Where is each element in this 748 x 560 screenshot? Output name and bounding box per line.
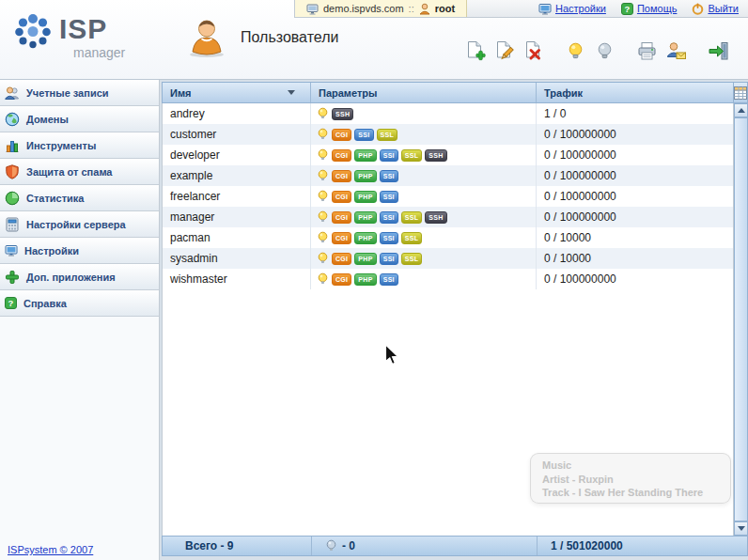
- table-footer: Всего - 9 - 0 1 / 501020000: [162, 536, 748, 556]
- overlay-line: Music: [542, 459, 719, 473]
- user-params: CGIPHPSSISSL: [311, 248, 537, 269]
- settings-link[interactable]: Настройки: [538, 3, 606, 15]
- server-host-icon: [306, 3, 319, 15]
- print-button[interactable]: [635, 39, 658, 62]
- sidebar-item-label: Настройки сервера: [26, 219, 126, 230]
- sidebar-item-server-settings[interactable]: Настройки сервера: [0, 211, 159, 238]
- user-name: andrey: [163, 103, 311, 124]
- badge-ssl: SSL: [401, 211, 423, 224]
- scrollbar-thumb[interactable]: [734, 117, 748, 521]
- column-label: Трафик: [544, 87, 583, 99]
- logout-link[interactable]: Выйти: [692, 3, 739, 15]
- printer-icon: [636, 40, 658, 62]
- traffic-total: 1 / 501020000: [537, 537, 747, 555]
- bulb-small-icon: [317, 107, 329, 120]
- table-row[interactable]: managerCGIPHPSSISSLSSH0 / 100000000: [163, 207, 733, 227]
- badge-ssi: SSI: [380, 149, 398, 162]
- sidebar-item-domains[interactable]: Домены: [0, 106, 159, 132]
- badge-ssi: SSI: [380, 211, 398, 224]
- column-header-traffic[interactable]: Трафик: [537, 83, 733, 102]
- badge-cgi: CGI: [332, 253, 351, 265]
- badge-ssi: SSI: [380, 253, 398, 265]
- table-row[interactable]: andreySSH1 / 0: [163, 103, 733, 124]
- badge-ssi: SSI: [380, 273, 398, 286]
- table-row[interactable]: developerCGIPHPSSISSLSSH0 / 100000000: [163, 145, 733, 165]
- arrow-down-icon: [738, 526, 745, 531]
- new-user-button[interactable]: [463, 39, 486, 62]
- user-name: developer: [163, 145, 311, 165]
- isp-manager-logo[interactable]: ISP manager: [11, 9, 125, 59]
- bulb-small-icon: [317, 252, 329, 265]
- sidebar-item-settings[interactable]: Настройки: [0, 238, 159, 264]
- table-row[interactable]: exampleCGIPHPSSI0 / 100000000: [163, 165, 733, 186]
- user-params: CGIPHPSSISSL: [311, 227, 537, 248]
- sidebar: Учетные записиДоменыИнструментыЗащита от…: [0, 80, 160, 560]
- delete-user-button[interactable]: [522, 39, 544, 62]
- sidebar-item-antispam[interactable]: Защита от спама: [0, 159, 159, 185]
- table-row[interactable]: sysadminCGIPHPSSISSL0 / 10000: [163, 248, 733, 269]
- sidebar-item-help[interactable]: ?Справка: [0, 290, 159, 317]
- globe-icon: [5, 112, 20, 127]
- bulb-small-icon: [317, 210, 329, 224]
- scroll-up-button[interactable]: [734, 103, 748, 117]
- badge-ssl: SSL: [401, 232, 423, 244]
- user-traffic: 0 / 100000000: [537, 165, 733, 186]
- sidebar-menu: Учетные записиДоменыИнструментыЗащита от…: [0, 80, 159, 317]
- badge-php: PHP: [354, 253, 376, 265]
- enable-user-button[interactable]: [564, 39, 586, 62]
- user-traffic: 0 / 100000000: [537, 269, 733, 289]
- table-row[interactable]: customerCGISSISSL0 / 100000000: [163, 124, 733, 145]
- bulb-small-icon: [317, 190, 329, 203]
- badge-ssl: SSL: [401, 253, 423, 265]
- sidebar-item-label: Инструменты: [26, 140, 96, 151]
- login-as-user-button[interactable]: [707, 39, 729, 62]
- scroll-down-button[interactable]: [734, 521, 748, 536]
- table-row[interactable]: pacmanCGIPHPSSISSL0 / 10000: [163, 227, 733, 248]
- table-row[interactable]: wishmasterCGIPHPSSI0 / 100000000: [163, 269, 733, 289]
- monitor-icon: [538, 3, 552, 15]
- sidebar-item-statistics[interactable]: Статистика: [0, 185, 159, 211]
- bulb-small-icon: [317, 272, 329, 286]
- user-params: CGIPHPSSISSLSSH: [311, 145, 537, 165]
- column-header-name[interactable]: Имя: [163, 83, 311, 102]
- sidebar-item-addons[interactable]: Доп. приложения: [0, 264, 159, 290]
- badge-php: PHP: [354, 232, 376, 244]
- user-traffic: 0 / 100000000: [537, 124, 733, 145]
- bulb-small-icon: [317, 148, 329, 162]
- mail-password-button[interactable]: [664, 39, 687, 62]
- sidebar-item-accounts[interactable]: Учетные записи: [0, 80, 159, 106]
- badge-php: PHP: [354, 191, 376, 203]
- sidebar-item-tools[interactable]: Инструменты: [0, 132, 159, 159]
- table-row[interactable]: freelancerCGIPHPSSI0 / 100000000: [163, 186, 733, 207]
- badge-cgi: CGI: [332, 129, 351, 141]
- bulb-small-icon: [317, 231, 329, 244]
- logo-orb-icon: [11, 9, 55, 54]
- link-label: Настройки: [555, 3, 606, 14]
- table-settings-button[interactable]: [733, 82, 748, 103]
- badge-ssh: SSH: [425, 211, 446, 224]
- badge-ssi: SSI: [380, 170, 398, 182]
- badge-php: PHP: [354, 273, 376, 286]
- copyright-link[interactable]: ISPsystem © 2007: [8, 544, 93, 555]
- grid-icon: [734, 86, 747, 100]
- badge-cgi: CGI: [332, 170, 351, 182]
- top-links: Настройки?ПомощьВыйти: [538, 0, 748, 17]
- badge-php: PHP: [354, 170, 376, 182]
- column-header-params[interactable]: Параметры: [311, 83, 537, 102]
- user-params: CGIPHPSSI: [311, 165, 537, 186]
- badge-ssi: SSI: [380, 232, 398, 244]
- vertical-scrollbar[interactable]: [733, 103, 748, 536]
- logo-text-isp: ISP: [59, 15, 125, 43]
- badge-cgi: CGI: [332, 273, 351, 286]
- disabled-count-cell: - 0: [311, 537, 537, 555]
- disable-user-button[interactable]: [593, 39, 616, 62]
- root-user-icon: [419, 3, 430, 15]
- user-traffic: 0 / 10000: [537, 227, 733, 248]
- help-link[interactable]: ?Помощь: [621, 3, 678, 15]
- power-icon: [692, 3, 704, 15]
- sidebar-item-label: Учетные записи: [26, 87, 109, 99]
- page-title-area: Пользователи: [186, 17, 338, 58]
- edit-user-button[interactable]: [492, 39, 515, 62]
- question-icon: ?: [5, 297, 17, 309]
- login-icon: [708, 40, 729, 62]
